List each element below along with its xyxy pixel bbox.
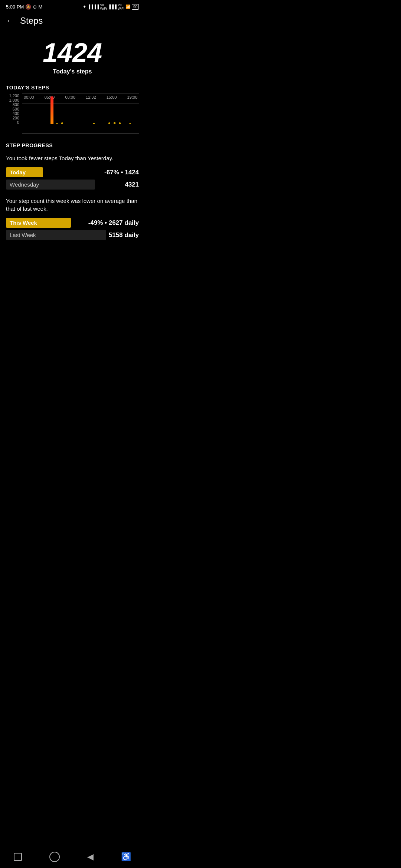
bar-wrapper-1200	[92, 93, 96, 124]
bar-wrapper-0500	[50, 93, 54, 124]
bar-wrapper-0930	[81, 93, 85, 124]
today-value: -67% • 1424	[104, 169, 139, 176]
wifi-icon: 📶	[125, 4, 131, 9]
back-button[interactable]: ←	[6, 16, 14, 26]
bar-tiny	[61, 122, 63, 124]
step-progress-label: STEP PROGRESS	[0, 137, 145, 151]
chart-container: 0 200 400 600 800 1,000 1,200	[0, 93, 145, 137]
bar-wrapper-1900	[128, 93, 132, 124]
bar-wrapper-1000	[87, 93, 91, 124]
progress-desc: You took fewer steps Today than Yesterda…	[6, 154, 139, 162]
bar-wrapper-0800	[65, 93, 69, 124]
today-steps-label: TODAY'S STEPS	[0, 79, 145, 93]
bar-wrapper-0030	[29, 93, 33, 124]
yesterday-label: Wednesday	[6, 180, 95, 190]
hero-label: Today's steps	[0, 68, 145, 75]
time-display: 5:09 PM	[6, 4, 24, 10]
bluetooth-icon: ✦	[83, 4, 86, 9]
week-desc: Your step count this week was lower on a…	[6, 197, 139, 213]
y-label-200: 200	[6, 116, 19, 120]
bar-tiny	[119, 122, 121, 124]
status-left: 5:09 PM 🔕 ⊙ M	[6, 4, 42, 10]
vo-wifi-label: VoWiFi	[100, 3, 107, 10]
signal2-icon: ▐▐▐	[108, 4, 116, 9]
bar-wrapper-0900	[76, 93, 80, 124]
y-label-1200: 1,200	[6, 93, 19, 98]
chart-plot: 00:00 05:00 08:00 12:32 15:00 19:00	[22, 93, 139, 134]
bar-wrapper-1230	[97, 93, 101, 124]
y-label-800: 800	[6, 102, 19, 107]
thisweek-row: This Week -49% • 2627 daily	[6, 218, 139, 228]
lastweek-label: Last Week	[6, 230, 106, 240]
y-label-0: 0	[6, 120, 19, 125]
y-label-400: 400	[6, 111, 19, 116]
yesterday-row: Wednesday 4321	[6, 180, 139, 190]
progress-section: You took fewer steps Today than Yesterda…	[0, 151, 145, 248]
bar-wrapper-1500	[107, 93, 111, 124]
mute-icon: 🔕	[25, 4, 31, 10]
bar-tiny	[108, 122, 110, 124]
messenger-icon: ⊙	[33, 4, 37, 10]
bar-wrapper-1630	[123, 93, 127, 124]
hero-section: 1424 Today's steps	[0, 32, 145, 79]
thisweek-label: This Week	[6, 218, 71, 228]
bar-tiny	[129, 123, 131, 124]
bar-tiny	[56, 123, 58, 124]
thisweek-value: -49% • 2627 daily	[88, 219, 139, 227]
bar-wrapper-0200	[45, 93, 49, 124]
bar-wrapper-0700	[60, 93, 64, 124]
hero-number: 1424	[0, 39, 145, 66]
bar-wrapper-1300	[102, 93, 106, 124]
y-label-1000: 1,000	[6, 98, 19, 102]
page-title: Steps	[20, 16, 43, 26]
bar-wrapper-1530	[113, 93, 117, 124]
today-row: Today -67% • 1424	[6, 167, 139, 177]
vo-wifi2-label: VoWiFi	[118, 3, 124, 10]
bar-wrapper-1930	[133, 93, 137, 124]
bar-wrapper-0830	[71, 93, 75, 124]
bar-wrapper-1600	[118, 93, 122, 124]
status-right: ✦ ▐▐▐▐ VoWiFi ▐▐▐ VoWiFi 📶 90	[83, 3, 139, 10]
status-bar: 5:09 PM 🔕 ⊙ M ✦ ▐▐▐▐ VoWiFi ▐▐▐ VoWiFi 📶…	[0, 0, 145, 12]
today-label: Today	[6, 167, 43, 177]
lastweek-row: Last Week 5158 daily	[6, 230, 139, 240]
bar-tall	[50, 96, 53, 124]
bar-wrapper-0600	[55, 93, 59, 124]
signal-icon: ▐▐▐▐	[87, 4, 99, 9]
yesterday-value: 4321	[125, 181, 139, 188]
bar-wrapper-0100	[34, 93, 38, 124]
y-axis: 0 200 400 600 800 1,000 1,200	[6, 93, 22, 134]
y-label-600: 600	[6, 107, 19, 111]
bar-wrapper-0130	[39, 93, 43, 124]
gmail-icon: M	[38, 4, 42, 10]
lastweek-value: 5158 daily	[109, 231, 139, 239]
bars-container	[22, 93, 139, 124]
chart-area: 0 200 400 600 800 1,000 1,200	[6, 93, 139, 134]
bar-wrapper-0000	[24, 93, 28, 124]
bar-tiny	[93, 123, 95, 124]
header: ← Steps	[0, 12, 145, 32]
bar-tiny	[114, 122, 115, 124]
battery-display: 90	[132, 4, 139, 10]
